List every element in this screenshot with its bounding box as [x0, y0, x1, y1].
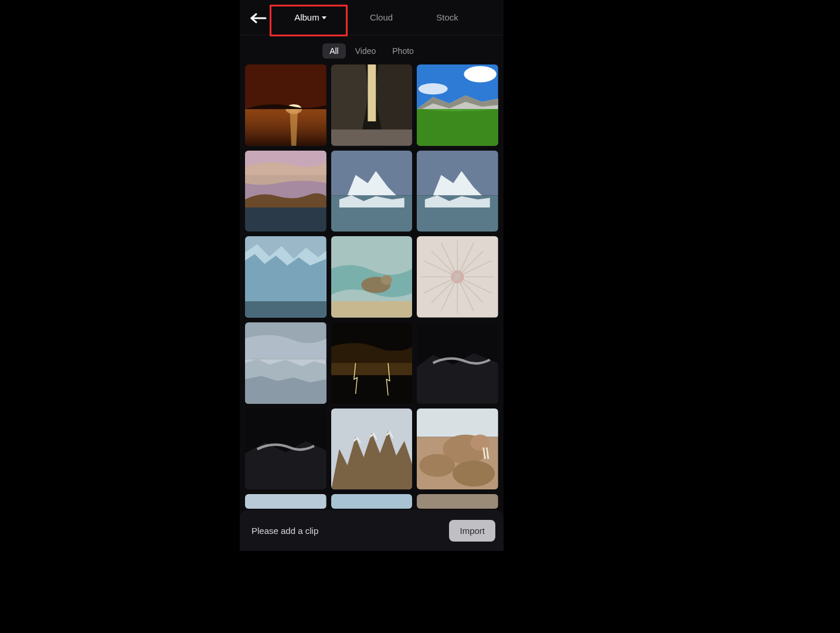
tab-stock-label: Stock [436, 12, 458, 22]
svg-point-21 [380, 275, 392, 285]
tab-album[interactable]: Album [287, 8, 334, 27]
tab-cloud[interactable]: Cloud [363, 8, 400, 27]
thumb-coast-sunset-pano[interactable] [245, 151, 327, 232]
thumb-rocky-peaks[interactable] [331, 409, 413, 490]
thumb-iceberg-sea-1[interactable] [331, 151, 413, 232]
svg-point-53 [453, 460, 495, 486]
svg-rect-22 [331, 301, 413, 318]
media-grid [245, 64, 498, 509]
thumb-dandelion-closeup[interactable] [417, 236, 498, 318]
svg-rect-0 [245, 64, 327, 109]
svg-point-8 [464, 66, 496, 83]
import-prompt: Please add a clip [251, 526, 318, 536]
back-button[interactable] [250, 13, 267, 23]
svg-rect-48 [417, 409, 498, 437]
thumb-partial-1[interactable] [245, 494, 327, 509]
back-arrow-icon [250, 13, 267, 23]
thumb-dark-mountain-clouds-2[interactable] [245, 409, 327, 490]
thumb-seal-in-waves[interactable] [331, 236, 413, 318]
caret-down-icon [322, 16, 327, 19]
thumb-partial-2[interactable] [331, 494, 413, 509]
svg-point-52 [419, 454, 455, 477]
thumb-ice-field-cloudy[interactable] [245, 322, 327, 404]
svg-rect-55 [331, 494, 413, 509]
tab-cloud-label: Cloud [370, 12, 393, 22]
svg-rect-56 [417, 494, 498, 509]
filter-video[interactable]: Video [348, 43, 383, 59]
svg-rect-5 [368, 64, 376, 121]
svg-rect-6 [331, 130, 413, 146]
source-tabs: Album Cloud Stock [240, 8, 504, 27]
svg-point-9 [419, 83, 448, 94]
svg-rect-54 [245, 494, 327, 509]
import-button[interactable]: Import [449, 520, 495, 542]
thumb-partial-3[interactable] [417, 494, 498, 509]
top-bar: Album Cloud Stock [240, 0, 504, 35]
filter-photo[interactable]: Photo [385, 43, 421, 59]
media-type-filters: All Video Photo [240, 35, 504, 64]
tab-stock[interactable]: Stock [429, 8, 465, 27]
svg-rect-3 [245, 109, 327, 145]
filter-all[interactable]: All [322, 43, 346, 59]
thumb-walrus-group[interactable] [417, 409, 498, 490]
import-bar: Please add a clip Import [240, 510, 504, 551]
media-grid-container [240, 64, 504, 551]
thumb-glacier-wall[interactable] [245, 236, 327, 318]
thumb-canyon-light[interactable] [331, 64, 413, 146]
thumb-sunset-over-water[interactable] [245, 64, 327, 146]
thumb-dark-mountain-clouds-1[interactable] [417, 322, 498, 404]
thumb-green-meadow-mountain[interactable] [417, 64, 498, 146]
thumb-lightning-storm[interactable] [331, 322, 413, 404]
thumb-iceberg-sea-2[interactable] [417, 151, 498, 232]
media-picker-screen: Album Cloud Stock All Video Photo [240, 0, 504, 551]
tab-album-label: Album [294, 12, 319, 22]
